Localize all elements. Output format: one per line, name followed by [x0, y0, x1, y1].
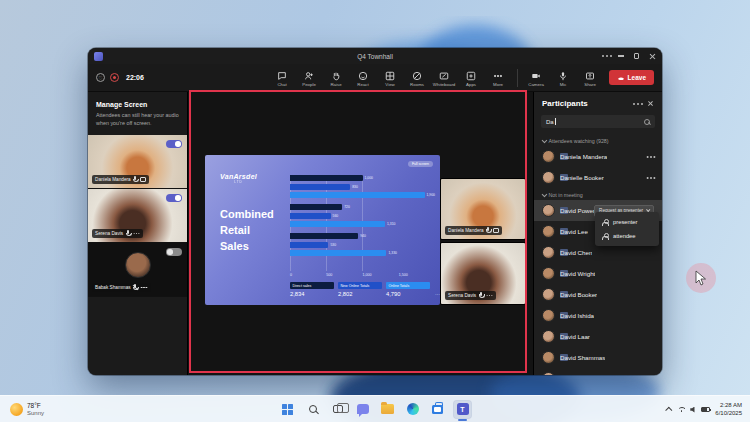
- more-ellipsis-icon[interactable]: [136, 233, 137, 234]
- toolbar-apps-button[interactable]: Apps: [459, 69, 484, 87]
- sidebar-video-tile[interactable]: Serena Davis: [88, 189, 187, 243]
- start-button[interactable]: [279, 401, 296, 418]
- avatar: [542, 267, 555, 280]
- menu-item-attendee[interactable]: attendee: [595, 229, 659, 243]
- panel-close-icon[interactable]: [648, 101, 654, 107]
- more-ellipsis-icon: [493, 71, 503, 81]
- participant-row[interactable]: David Ishida: [534, 305, 662, 326]
- legend-total: 2,802: [338, 291, 382, 297]
- leave-button[interactable]: Leave: [609, 70, 654, 85]
- presenter-video-tile[interactable]: Daniela Mandera: [440, 178, 526, 240]
- close-icon[interactable]: [649, 53, 656, 60]
- avatar: [542, 309, 555, 322]
- bar: [290, 204, 342, 210]
- menu-item-presenter[interactable]: presenter: [595, 215, 659, 229]
- maximize-icon[interactable]: [634, 53, 640, 59]
- participant-row[interactable]: David Dunn: [534, 368, 662, 375]
- panel-title: Participants: [542, 99, 588, 108]
- toolbar-whiteboard-button[interactable]: Whiteboard: [432, 69, 457, 87]
- taskbar-chat-button[interactable]: [354, 401, 371, 418]
- battery-indicator[interactable]: [701, 407, 710, 412]
- minimize-icon[interactable]: [618, 55, 624, 56]
- windows-taskbar: 78°F Sunny T 2:28 AM 6/10/2025: [0, 395, 750, 422]
- participant-row[interactable]: Daniela Mandera: [534, 146, 662, 167]
- store-button[interactable]: [429, 401, 446, 418]
- name-chip: Babak Shammas: [92, 283, 151, 292]
- edge-button[interactable]: [404, 401, 421, 418]
- slide-corner-label[interactable]: Full screen: [408, 161, 433, 167]
- participant-row[interactable]: David Laar: [534, 326, 662, 347]
- taskbar-teams-button[interactable]: T: [454, 401, 471, 418]
- chat-icon: [277, 71, 287, 81]
- sidebar-video-tile[interactable]: Babak Shammas: [88, 243, 187, 297]
- more-ellipsis-icon[interactable]: [143, 287, 144, 288]
- more-ellipsis-icon[interactable]: [489, 295, 490, 296]
- volume-indicator[interactable]: [690, 407, 696, 413]
- weather-widget[interactable]: 78°F Sunny: [6, 396, 48, 422]
- more-ellipsis-icon[interactable]: [650, 156, 652, 158]
- screen-share-stage: VanArsdel LTD Combined Retail Sales Full…: [188, 92, 533, 375]
- reaction-icon[interactable]: ♡: [96, 73, 105, 82]
- toolbar-more-button[interactable]: More: [486, 69, 511, 87]
- teams-window: Q4 Townhall ♡ 22:06 Chat People Ra: [88, 48, 662, 375]
- name-chip: Serena Davis: [445, 291, 496, 300]
- x-axis-ticks: 05001,0001,500: [290, 273, 435, 277]
- task-view-button[interactable]: [329, 401, 346, 418]
- participant-name: David Laar: [560, 333, 590, 340]
- manage-screen-sidebar: Manage Screen Attendees can still hear y…: [88, 92, 188, 375]
- participant-row[interactable]: David Wright: [534, 263, 662, 284]
- participant-row[interactable]: David Booker: [534, 284, 662, 305]
- toolbar-people-button[interactable]: People: [297, 69, 322, 87]
- camera-icon: [531, 71, 541, 81]
- bar: [290, 192, 425, 198]
- taskbar-clock[interactable]: 2:28 AM 6/10/2025: [715, 402, 742, 416]
- file-explorer-button[interactable]: [379, 401, 396, 418]
- toolbar-react-button[interactable]: React: [351, 69, 376, 87]
- rooms-icon: [412, 71, 422, 81]
- people-icon: [304, 71, 314, 81]
- avatar: [542, 372, 555, 375]
- toolbar-chat-button[interactable]: Chat: [270, 69, 295, 87]
- panel-more-icon[interactable]: [637, 103, 639, 105]
- participant-name: David Power: [560, 207, 594, 214]
- participant-name: David Lee: [560, 228, 588, 235]
- participant-row[interactable]: David Shammas: [534, 347, 662, 368]
- chart-legend: Direct sales 2,834 New Online Totals 2,8…: [290, 282, 438, 297]
- taskbar-search-button[interactable]: [304, 401, 321, 418]
- bar: [290, 175, 363, 181]
- bar: [290, 221, 385, 227]
- on-screen-toggle[interactable]: [166, 248, 182, 256]
- participant-name: David Shammas: [560, 354, 605, 361]
- toolbar-raise-button[interactable]: Raise: [324, 69, 349, 87]
- on-screen-toggle[interactable]: [166, 194, 182, 202]
- more-ellipsis-icon[interactable]: [650, 177, 652, 179]
- speaker-icon: [690, 407, 696, 413]
- section-not-in-meeting[interactable]: Not in meeting: [534, 188, 662, 200]
- section-attendees-watching[interactable]: Attendees watching (928): [534, 134, 662, 146]
- spotlight-icon: [140, 177, 146, 182]
- text-caret: [555, 118, 556, 125]
- meeting-timer: 22:06: [126, 74, 144, 81]
- bar-value-label: 1,000: [365, 176, 374, 180]
- weather-temp: 78°F: [27, 402, 44, 409]
- camera-button[interactable]: Camera: [524, 69, 549, 87]
- bar: [290, 233, 358, 239]
- search-icon: [309, 405, 317, 413]
- participant-name: Daniela Mandera: [560, 153, 607, 160]
- participant-row[interactable]: Danielle Booker: [534, 167, 662, 188]
- mic-button[interactable]: Mic: [551, 69, 576, 87]
- wifi-indicator[interactable]: [677, 407, 685, 413]
- window-more-icon[interactable]: [606, 55, 608, 57]
- on-screen-toggle[interactable]: [166, 140, 182, 148]
- participant-search-input[interactable]: Da: [541, 115, 655, 128]
- bar: [290, 250, 386, 256]
- share-button[interactable]: Share: [578, 69, 603, 87]
- name-chip: Daniela Mandera: [92, 175, 149, 184]
- toolbar-view-button[interactable]: View: [378, 69, 403, 87]
- sidebar-video-tile[interactable]: Daniela Mandera: [88, 135, 187, 189]
- tray-expand-button[interactable]: [667, 407, 672, 412]
- toolbar-rooms-button[interactable]: Rooms: [405, 69, 430, 87]
- recording-indicator-icon: [110, 73, 119, 82]
- presenter-video-tile[interactable]: Serena Davis: [440, 242, 526, 305]
- chevron-down-icon: [542, 138, 547, 143]
